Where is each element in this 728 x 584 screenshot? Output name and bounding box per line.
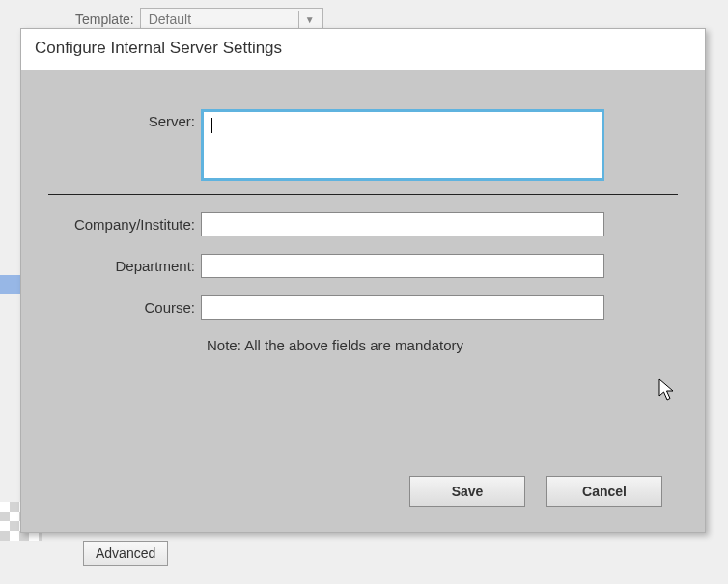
advanced-button-area: Advanced bbox=[83, 541, 168, 566]
configure-server-dialog: Configure Internal Server Settings Serve… bbox=[20, 28, 706, 533]
course-input[interactable] bbox=[201, 295, 604, 320]
window-backdrop: Template: Default ▼ Advanced Configure I… bbox=[0, 0, 728, 584]
server-label: Server: bbox=[48, 109, 201, 129]
company-row: Company/Institute: bbox=[48, 212, 678, 236]
course-label: Course: bbox=[48, 295, 201, 316]
company-label: Company/Institute: bbox=[48, 212, 201, 233]
dialog-title: Configure Internal Server Settings bbox=[21, 29, 705, 70]
save-button[interactable]: Save bbox=[409, 476, 525, 507]
chevron-down-icon: ▼ bbox=[305, 14, 315, 25]
server-input[interactable] bbox=[201, 109, 604, 181]
template-dropdown-value: Default bbox=[149, 12, 191, 27]
dialog-body: Server: Company/Institute: Department: C… bbox=[21, 70, 705, 532]
template-label: Template: bbox=[75, 12, 134, 27]
mandatory-note: Note: All the above fields are mandatory bbox=[207, 337, 678, 353]
department-row: Department: bbox=[48, 254, 678, 278]
course-row: Course: bbox=[48, 295, 678, 320]
cancel-button[interactable]: Cancel bbox=[546, 476, 662, 507]
dialog-button-row: Save Cancel bbox=[409, 476, 662, 507]
dropdown-separator bbox=[298, 11, 299, 28]
department-input[interactable] bbox=[201, 254, 604, 278]
department-label: Department: bbox=[48, 254, 201, 274]
company-input[interactable] bbox=[201, 212, 604, 236]
server-row: Server: bbox=[48, 109, 678, 181]
advanced-button[interactable]: Advanced bbox=[83, 541, 168, 566]
text-caret bbox=[211, 118, 212, 133]
section-divider bbox=[48, 194, 678, 195]
